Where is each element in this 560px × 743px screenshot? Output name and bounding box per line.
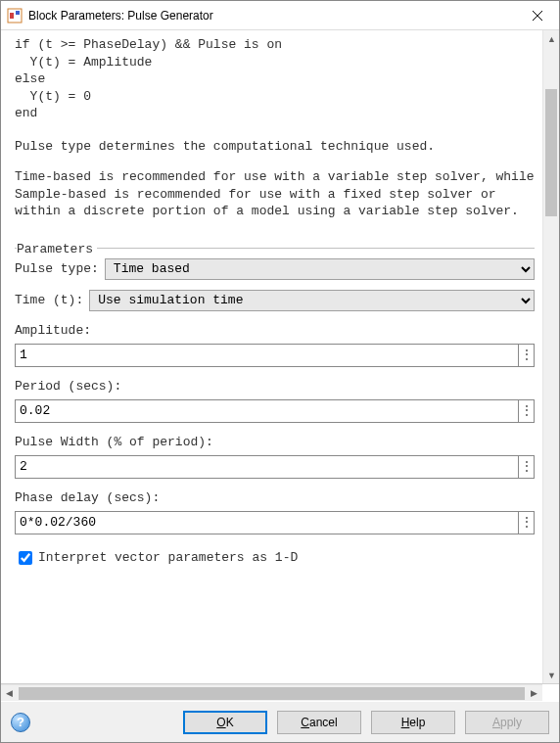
- scroll-left-arrow[interactable]: ◀: [1, 685, 18, 702]
- help-button[interactable]: Help: [371, 711, 455, 734]
- app-icon: [7, 8, 23, 23]
- svg-rect-1: [10, 13, 14, 19]
- parameters-legend: Parameters: [17, 242, 97, 256]
- scroll-down-arrow[interactable]: ▼: [543, 667, 559, 683]
- pulse-width-input[interactable]: [15, 455, 519, 479]
- description-2: Time-based is recommended for use with a…: [15, 168, 535, 220]
- time-select[interactable]: Use simulation time: [89, 290, 535, 311]
- scroll-right-arrow[interactable]: ▶: [526, 685, 542, 702]
- time-label: Time (t):: [15, 293, 83, 307]
- window-title: Block Parameters: Pulse Generator: [28, 9, 515, 23]
- pulse-width-label: Pulse Width (% of period):: [15, 435, 535, 449]
- close-button[interactable]: [515, 1, 559, 30]
- phase-delay-input[interactable]: [15, 511, 519, 534]
- hscroll-thumb[interactable]: [19, 687, 525, 700]
- scroll-up-arrow[interactable]: ▲: [543, 30, 559, 47]
- interpret-1d-label: Interpret vector parameters as 1-D: [38, 550, 298, 565]
- pulse-type-select[interactable]: Time based: [105, 258, 535, 280]
- description-1: Pulse type determines the computational …: [15, 138, 535, 156]
- ok-button[interactable]: OK: [183, 711, 267, 734]
- dialog-content: if (t >= PhaseDelay) && Pulse is on Y(t)…: [1, 30, 542, 683]
- context-help-icon[interactable]: ?: [11, 713, 30, 732]
- button-bar: ? OK Cancel Help Apply: [1, 701, 559, 742]
- interpret-1d-checkbox[interactable]: [19, 551, 32, 565]
- phase-delay-more-button[interactable]: ⋮: [519, 511, 535, 534]
- titlebar: Block Parameters: Pulse Generator: [1, 1, 559, 30]
- apply-button[interactable]: Apply: [465, 711, 549, 734]
- amplitude-more-button[interactable]: ⋮: [519, 344, 535, 367]
- svg-rect-2: [16, 11, 20, 15]
- pulse-width-more-button[interactable]: ⋮: [519, 455, 535, 479]
- phase-delay-label: Phase delay (secs):: [15, 490, 535, 505]
- horizontal-scrollbar[interactable]: ◀ ▶: [1, 684, 542, 701]
- vertical-scrollbar[interactable]: ▲ ▼: [542, 30, 559, 683]
- period-label: Period (secs):: [15, 379, 535, 394]
- amplitude-input[interactable]: [15, 344, 519, 367]
- amplitude-label: Amplitude:: [15, 323, 535, 338]
- code-block: if (t >= PhaseDelay) && Pulse is on Y(t)…: [15, 36, 535, 122]
- cancel-button[interactable]: Cancel: [277, 711, 361, 734]
- period-input[interactable]: [15, 399, 519, 423]
- period-more-button[interactable]: ⋮: [519, 399, 535, 423]
- pulse-type-label: Pulse type:: [15, 261, 99, 276]
- vscroll-thumb[interactable]: [545, 89, 557, 216]
